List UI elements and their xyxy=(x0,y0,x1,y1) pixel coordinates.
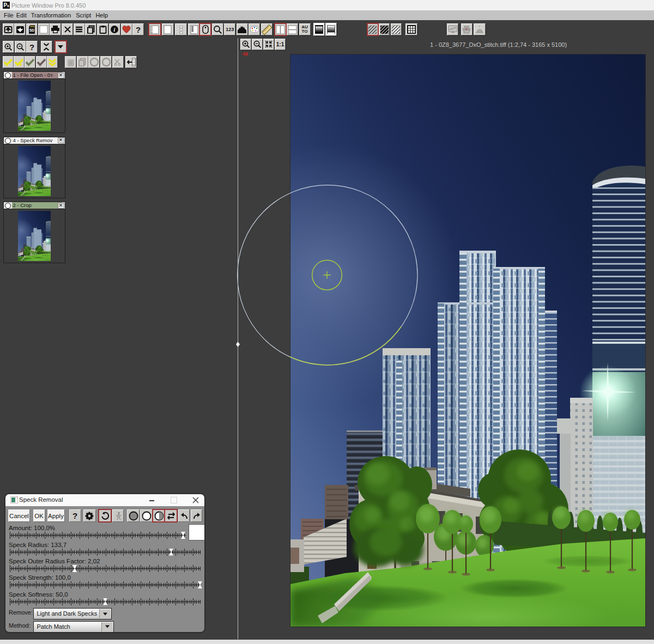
svg-text:i: i xyxy=(114,27,116,33)
svg-text:SD: SD xyxy=(29,28,34,32)
